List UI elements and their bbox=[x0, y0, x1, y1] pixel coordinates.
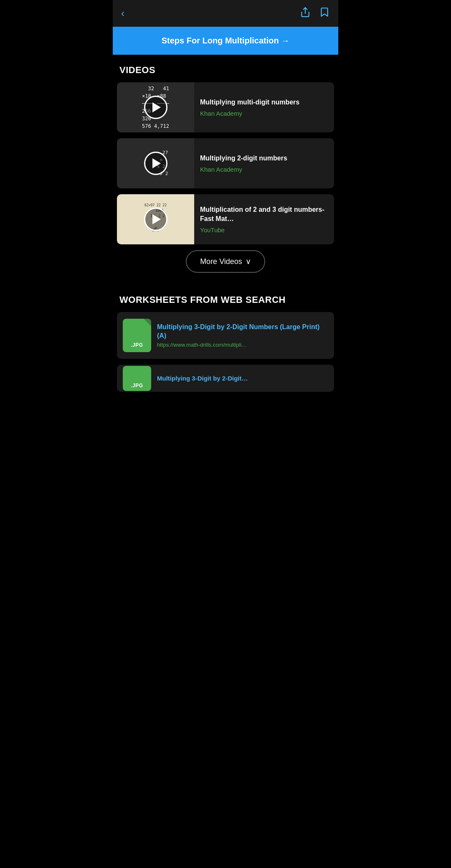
top-bar-actions bbox=[300, 7, 330, 20]
share-icon[interactable] bbox=[300, 7, 311, 20]
video-info-3: Multiplication of 2 and 3 digit numbers-… bbox=[194, 194, 334, 244]
video-thumbnail-1: 32 41 ×18 ×88 ──── ──── 256 320 576 4,71… bbox=[117, 82, 194, 132]
worksheet-info-1: Multiplying 3-Digit by 2-Digit Numbers (… bbox=[157, 323, 328, 348]
video-thumbnail-2: 27 × 5 2 J 2 bbox=[117, 138, 194, 188]
chevron-down-icon: ∨ bbox=[246, 257, 251, 266]
steps-banner-button[interactable]: Steps For Long Multiplication → bbox=[113, 27, 338, 55]
worksheet-title-2: Multiplying 3-Digit by 2-Digit… bbox=[157, 375, 248, 382]
worksheets-section: WORKSHEETS FROM WEB SEARCH .JPG Multiply… bbox=[113, 284, 338, 396]
worksheet-icon-label-2: .JPG bbox=[131, 383, 143, 388]
video-thumbnail-3: 62×97 22 22 3906 1 ′ 2 2 ✍ bbox=[117, 194, 194, 244]
worksheet-card-2[interactable]: .JPG Multiplying 3-Digit by 2-Digit… bbox=[117, 365, 334, 392]
video-source-1: Khan Academy bbox=[200, 110, 328, 117]
worksheets-section-header: WORKSHEETS FROM WEB SEARCH bbox=[113, 284, 338, 312]
video-info-2: Multiplying 2-digit numbers Khan Academy bbox=[194, 138, 334, 188]
video-source-2: Khan Academy bbox=[200, 166, 328, 173]
videos-section-header: VIDEOS bbox=[113, 55, 338, 82]
worksheet-card-1[interactable]: .JPG Multiplying 3-Digit by 2-Digit Numb… bbox=[117, 312, 334, 359]
video-card-3[interactable]: 62×97 22 22 3906 1 ′ 2 2 ✍ Multiplicatio… bbox=[117, 194, 334, 244]
video-title-3: Multiplication of 2 and 3 digit numbers-… bbox=[200, 205, 328, 223]
play-triangle-3 bbox=[152, 214, 161, 224]
play-triangle-2 bbox=[152, 158, 161, 168]
worksheet-icon-1: .JPG bbox=[123, 319, 151, 352]
back-button[interactable]: ‹ bbox=[121, 8, 124, 19]
bookmark-icon[interactable] bbox=[319, 7, 330, 20]
video-source-3: YouTube bbox=[200, 226, 328, 233]
more-videos-label: More Videos bbox=[200, 257, 242, 266]
video-title-1: Multiplying multi-digit numbers bbox=[200, 98, 328, 107]
video-card-2[interactable]: 27 × 5 2 J 2 Multiplying 2-digit numbers… bbox=[117, 138, 334, 188]
play-button-2[interactable] bbox=[144, 152, 167, 175]
worksheet-icon-label-1: .JPG bbox=[131, 342, 143, 348]
video-title-2: Multiplying 2-digit numbers bbox=[200, 154, 328, 163]
worksheet-url-1: https://www.math-drills.com/multipli… bbox=[157, 342, 328, 348]
more-videos-button[interactable]: More Videos ∨ bbox=[186, 250, 265, 273]
top-bar: ‹ bbox=[113, 0, 338, 27]
worksheet-icon-2: .JPG bbox=[123, 366, 151, 391]
play-button-1[interactable] bbox=[144, 96, 167, 119]
play-triangle-1 bbox=[152, 102, 161, 112]
worksheet-title-1: Multiplying 3-Digit by 2-Digit Numbers (… bbox=[157, 323, 328, 340]
play-button-3[interactable] bbox=[144, 208, 167, 231]
video-card-1[interactable]: 32 41 ×18 ×88 ──── ──── 256 320 576 4,71… bbox=[117, 82, 334, 132]
video-info-1: Multiplying multi-digit numbers Khan Aca… bbox=[194, 82, 334, 132]
